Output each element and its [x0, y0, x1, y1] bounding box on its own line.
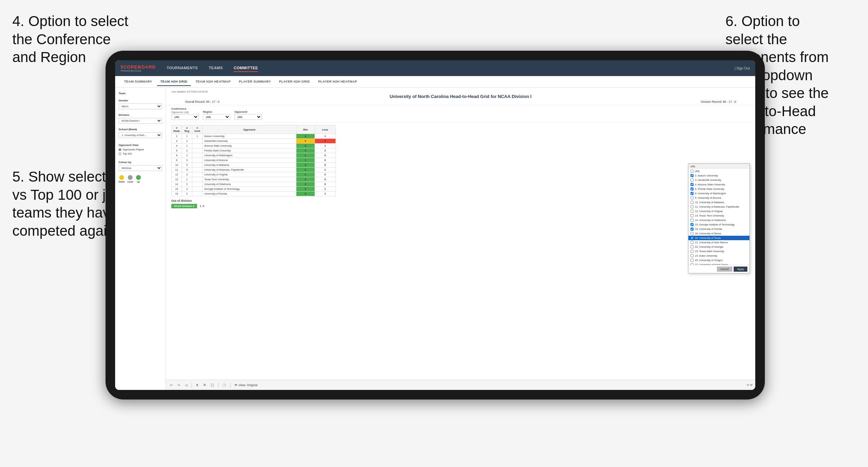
radio-label-opponents: Opponents Played	[123, 148, 144, 151]
dropdown-item-18[interactable]: 18. University of Illinois	[688, 231, 749, 236]
dropdown-item-10[interactable]: 10. University of Alabama	[688, 200, 749, 205]
apply-button[interactable]: Apply	[734, 267, 747, 272]
cell-loss: 4	[315, 139, 335, 144]
checkbox-9[interactable]	[690, 196, 694, 199]
cell-win: 4	[296, 148, 315, 153]
cell-name: University of Florida	[203, 192, 296, 196]
filter-row: Conference Opponents: (All) (All) Region…	[166, 105, 755, 122]
toolbar-undo[interactable]: ↩	[169, 383, 174, 388]
checkbox-22[interactable]	[690, 245, 694, 248]
dropdown-item-15[interactable]: 15. Georgia Institute of Technology	[688, 222, 749, 227]
nav-teams[interactable]: TEAMS	[209, 64, 223, 72]
dropdown-item-label: (All)	[695, 170, 699, 173]
checkbox-6[interactable]	[690, 187, 694, 191]
tab-player-h2h-heatmap[interactable]: PLAYER H2H HEATMAP	[315, 77, 360, 86]
dropdown-item-9[interactable]: 9. University of Arizona	[688, 196, 749, 200]
dropdown-item-6[interactable]: 6. Florida State University	[688, 187, 749, 191]
opponent-dropdown[interactable]: (All) (All) 2. Auburn University	[688, 163, 750, 273]
cell-win: 3	[296, 177, 315, 182]
dropdown-item-2[interactable]: 2. Auburn University	[688, 173, 749, 178]
dropdown-item-label: 6. Florida State University	[695, 187, 724, 191]
tablet-device: 5COREBOARD Powered By iCloud TOURNAMENTS…	[106, 51, 765, 400]
radio-top100[interactable]: Top 100	[119, 152, 162, 155]
checkbox-23[interactable]	[690, 250, 694, 253]
filter-conference-label: Conference	[171, 107, 199, 110]
radio-opponents-played[interactable]: Opponents Played	[119, 148, 162, 151]
dropdown-item-12[interactable]: 12. University of Virginia	[688, 209, 749, 213]
dropdown-item-label: 22. University of Georgia	[695, 245, 723, 248]
dropdown-item-25[interactable]: 25. University of Oregon	[688, 258, 749, 262]
filter-conference-select[interactable]: (All)	[171, 114, 199, 120]
checkbox-24[interactable]	[690, 254, 694, 257]
dropdown-item-11[interactable]: 11. University of Arkansas, Fayetteville	[688, 205, 749, 209]
sidebar-gender-select[interactable]: Men's	[119, 103, 162, 109]
sidebar-school-select[interactable]: 1. University of Nort...	[119, 132, 162, 138]
checkbox-3[interactable]	[690, 179, 694, 182]
tab-team-summary[interactable]: TEAM SUMMARY	[121, 77, 156, 86]
checkbox-all[interactable]	[690, 170, 694, 173]
checkbox-8[interactable]	[690, 192, 694, 195]
checkbox-12[interactable]	[690, 210, 694, 213]
sidebar-team-label: Team	[119, 92, 162, 95]
dropdown-item-14[interactable]: 14. University of Oklahoma	[688, 218, 749, 222]
dropdown-item-13[interactable]: 13. Texas Tech University	[688, 213, 749, 218]
checkbox-21[interactable]	[690, 241, 694, 244]
dropdown-item-24[interactable]: 24. Duke University	[688, 254, 749, 258]
toolbar-clock[interactable]: 🕐	[221, 383, 228, 388]
checkbox-25[interactable]	[690, 259, 694, 262]
cell-conf	[192, 148, 203, 153]
th-reg: #Reg	[182, 125, 192, 134]
filter-opponent-select[interactable]: (All)	[234, 114, 262, 120]
tablet-screen: 5COREBOARD Powered By iCloud TOURNAMENTS…	[115, 60, 755, 390]
checkbox-4[interactable]	[690, 183, 694, 186]
checkbox-20[interactable]	[690, 236, 694, 239]
nav-signout[interactable]: | Sign Out	[735, 66, 750, 70]
sidebar-division-select[interactable]: NCAA Division I	[119, 118, 162, 124]
checkbox-10[interactable]	[690, 201, 694, 204]
sidebar-colour-select[interactable]: Win/loss	[119, 165, 162, 171]
toolbar-right: ⊙ W	[747, 383, 753, 386]
dropdown-item-label: 18. University of Illinois	[695, 232, 721, 235]
th-loss: Loss	[315, 125, 335, 134]
nav-tournaments[interactable]: TOURNAMENTS	[167, 64, 198, 72]
dropdown-item-21[interactable]: 21. University of New Mexico	[688, 240, 749, 245]
nav-committee[interactable]: COMMITTEE	[234, 64, 258, 72]
checkbox-13[interactable]	[690, 214, 694, 217]
checkbox-11[interactable]	[690, 205, 694, 208]
checkbox-18[interactable]	[690, 232, 694, 235]
cell-conf	[192, 163, 203, 168]
top-nav: 5COREBOARD Powered By iCloud TOURNAMENTS…	[115, 60, 755, 76]
checkbox-2[interactable]	[690, 174, 694, 177]
tab-h2h-heatmap[interactable]: TEAM H2H HEATMAP	[192, 77, 234, 86]
tab-player-summary[interactable]: PLAYER SUMMARY	[235, 77, 274, 86]
checkbox-16[interactable]	[690, 228, 694, 231]
legend-up-label: Up	[137, 181, 140, 183]
checkbox-14[interactable]	[690, 219, 694, 222]
toolbar-view[interactable]: 👁 View: Original	[233, 383, 259, 388]
checkbox-27[interactable]	[690, 263, 694, 265]
legend-up: Up	[136, 175, 141, 183]
toolbar-back[interactable]: ◁	[184, 383, 189, 388]
dropdown-item-27[interactable]: 27. University of Notre Dame	[688, 262, 749, 265]
dropdown-item-16[interactable]: 16. University of Florida	[688, 227, 749, 231]
cell-reg: 2	[182, 182, 192, 187]
tab-h2h-grid[interactable]: TEAM H2H GRID	[157, 77, 191, 86]
table-row: 3 2 Vanderbilt University 0 4	[172, 139, 336, 144]
tab-player-h2h-grid[interactable]: PLAYER H2H GRID	[276, 77, 313, 86]
cancel-button[interactable]: Cancel	[717, 267, 732, 272]
dropdown-item-label: 14. University of Oklahoma	[695, 219, 726, 222]
checkbox-15[interactable]	[690, 223, 694, 226]
toolbar-pause[interactable]: ⏸	[194, 383, 200, 388]
toolbar-paste[interactable]: 📋	[209, 383, 216, 388]
toolbar-copy[interactable]: ⧉	[202, 382, 207, 388]
dropdown-item-8[interactable]: 8. University of Washington	[688, 191, 749, 196]
dropdown-item-20[interactable]: 20. University of Texas	[688, 236, 749, 240]
dropdown-item-3[interactable]: 3. Vanderbilt University	[688, 178, 749, 182]
toolbar-redo[interactable]: ↪	[176, 383, 182, 388]
cell-conf	[192, 139, 203, 144]
filter-region-select[interactable]: (All)	[203, 114, 230, 120]
dropdown-item-4[interactable]: 4. Arizona State University	[688, 182, 749, 187]
dropdown-item-23[interactable]: 23. Texas A&M University	[688, 249, 749, 254]
dropdown-item-all[interactable]: (All)	[688, 169, 749, 173]
dropdown-item-22[interactable]: 22. University of Georgia	[688, 245, 749, 249]
